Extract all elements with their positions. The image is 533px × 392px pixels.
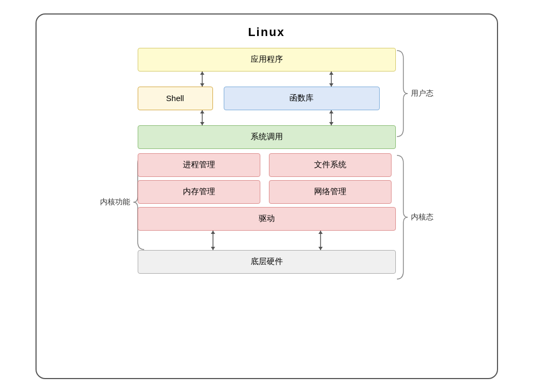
svg-marker-14 [211,231,215,234]
svg-marker-4 [329,83,333,87]
driver-box: 驱动 [138,207,396,231]
arrows-middle-syscall-svg [138,110,396,125]
arrows-driver-hw-svg [138,231,396,250]
network-box: 网络管理 [269,180,392,204]
arrows-driver-hw [138,231,396,250]
shell-lib-row: Shell 函数库 [138,87,396,110]
hardware-box: 底层硬件 [138,250,396,274]
arrows-app-middle-svg [138,72,396,87]
svg-marker-17 [318,231,323,234]
svg-marker-10 [329,122,333,125]
kernel-state-label: 内核态 [411,212,433,222]
svg-marker-5 [329,72,333,75]
kernel-row-2: 内存管理 网络管理 [138,180,396,204]
linux-diagram-container: Linux 用户态 内核态 内核功能 应用程序 [35,13,498,379]
filesystem-box: 文件系统 [269,153,392,177]
process-box: 进程管理 [138,153,260,177]
diagram-title: Linux [248,25,285,39]
svg-marker-8 [200,110,204,113]
svg-marker-13 [211,247,215,250]
svg-marker-7 [200,122,204,125]
user-state-label: 用户态 [411,89,433,98]
shell-box: Shell [138,87,213,110]
app-box: 应用程序 [138,48,396,72]
svg-marker-16 [318,247,323,250]
svg-marker-11 [329,110,333,113]
kernel-state-brace: 内核态 [393,153,433,282]
arrows-middle-syscall [138,110,396,125]
kernel-row-1: 进程管理 文件系统 [138,153,396,177]
arrows-app-middle [138,72,396,87]
memory-box: 内存管理 [138,180,260,204]
user-state-brace: 用户态 [393,48,433,139]
kernel-func-label: 内核功能 [100,197,130,207]
lib-box: 函数库 [224,87,380,110]
diagram-inner: 应用程序 Shell [138,48,396,274]
svg-marker-2 [200,72,204,75]
syscall-box: 系统调用 [138,125,396,149]
svg-marker-1 [200,83,204,87]
